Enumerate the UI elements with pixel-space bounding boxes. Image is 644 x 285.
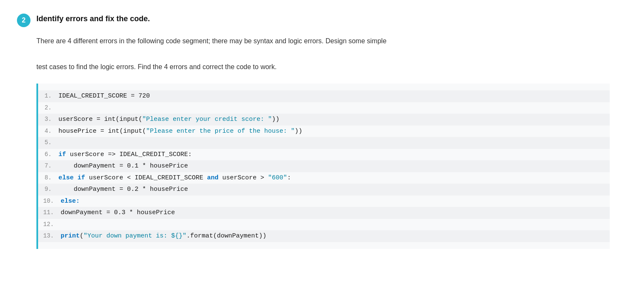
code-block: 1. IDEAL_CREDIT_SCORE = 720 2. 3. userSc…: [36, 84, 610, 249]
question-number: 2: [17, 14, 30, 27]
line-number: 6.: [38, 150, 55, 160]
line-number: 1.: [38, 91, 55, 101]
code-line: 12.: [38, 219, 610, 231]
line-content: downPayment = 0.1 * housePrice: [55, 161, 188, 172]
code-line: 7. downPayment = 0.1 * housePrice: [38, 160, 610, 172]
line-content: else:: [57, 196, 80, 207]
description-line2: test cases to find the logic errors. Fin…: [36, 63, 276, 70]
code-line: 10. else:: [38, 196, 610, 207]
line-number: 8.: [38, 173, 55, 183]
code-line: 3. userScore = int(input("Please enter y…: [38, 114, 610, 126]
line-number: 11.: [38, 208, 57, 218]
line-number: 12.: [38, 220, 57, 230]
question-title: Identify errors and fix the code.: [36, 13, 150, 25]
line-content: downPayment = 0.2 * housePrice: [55, 184, 188, 195]
code-line: 5.: [38, 137, 610, 149]
line-number: 5.: [38, 138, 55, 148]
line-number: 2.: [38, 103, 55, 113]
line-number: 9.: [38, 184, 55, 195]
line-content: else if userScore < IDEAL_CREDIT_SCORE a…: [55, 173, 291, 184]
line-content: housePrice = int(input("Please enter the…: [55, 126, 302, 137]
code-line: 13. print("Your down payment is: ${}".fo…: [38, 230, 610, 242]
code-line: 4. housePrice = int(input("Please enter …: [38, 126, 610, 137]
code-line: 11. downPayment = 0.3 * housePrice: [38, 207, 610, 219]
line-content: [57, 219, 64, 230]
code-line: 2.: [38, 102, 610, 114]
code-line: 9. downPayment = 0.2 * housePrice: [38, 184, 610, 196]
line-number: 10.: [38, 196, 57, 207]
line-number: 4.: [38, 126, 55, 137]
line-content: if userScore => IDEAL_CREDIT_SCORE:: [55, 149, 192, 160]
line-content: print("Your down payment is: ${}".format…: [57, 231, 266, 242]
line-content: [55, 137, 62, 148]
code-line: 1. IDEAL_CREDIT_SCORE = 720: [38, 90, 610, 102]
description-line1: There are 4 different errors in the foll…: [36, 37, 387, 45]
question-container: 2 Identify errors and fix the code. Ther…: [17, 13, 610, 249]
line-number: 3.: [38, 115, 55, 125]
line-number: 7.: [38, 161, 55, 171]
code-line: 6. if userScore => IDEAL_CREDIT_SCORE:: [38, 149, 610, 161]
line-number: 13.: [38, 231, 57, 241]
line-content: downPayment = 0.3 * housePrice: [57, 207, 175, 218]
code-line: 8. else if userScore < IDEAL_CREDIT_SCOR…: [38, 172, 610, 184]
question-description: There are 4 different errors in the foll…: [36, 35, 610, 73]
line-content: userScore = int(input("Please enter your…: [55, 114, 279, 125]
line-content: [55, 103, 62, 114]
question-header: 2 Identify errors and fix the code.: [17, 13, 610, 27]
line-content: IDEAL_CREDIT_SCORE = 720: [55, 91, 150, 102]
